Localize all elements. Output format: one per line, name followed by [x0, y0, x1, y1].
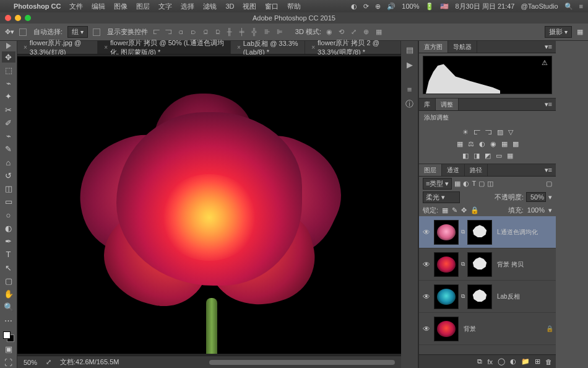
curves-icon[interactable]: ⫎ — [485, 128, 492, 136]
navigator-tab[interactable]: 导航器 — [448, 41, 477, 53]
document-tab[interactable]: ×flower原片.jpg @ 33.3%(红/8) — [17, 41, 98, 54]
distribute-icon[interactable]: ╬ — [252, 28, 261, 37]
align-icon[interactable]: ⫑ — [202, 28, 211, 37]
shape-tool[interactable]: ▢ — [2, 275, 15, 286]
bw-icon[interactable]: ◐ — [479, 140, 485, 148]
menu-edit[interactable]: 编辑 — [92, 2, 105, 11]
color-swatch[interactable] — [3, 331, 14, 341]
new-adjustment-icon[interactable]: ◐ — [510, 357, 516, 366]
play-icon[interactable]: ▶ — [404, 58, 416, 71]
screenmode-tool[interactable]: ⛶ — [2, 357, 15, 368]
blur-tool[interactable]: ○ — [2, 209, 15, 221]
menu-image[interactable]: 图像 — [114, 2, 128, 11]
lock-all-icon[interactable]: 🔒 — [470, 206, 479, 214]
3d-icon[interactable]: ◉ — [326, 28, 335, 37]
lock-trans-icon[interactable]: ▦ — [442, 206, 448, 214]
3d-icon[interactable]: ⟲ — [339, 28, 347, 37]
layer-thumb[interactable] — [434, 220, 459, 245]
opacity-input[interactable]: 50% — [526, 192, 546, 202]
opacity-arrow-icon[interactable]: ▾ — [548, 193, 552, 201]
link-icon[interactable]: ⧉ — [461, 261, 465, 268]
threshold-icon[interactable]: ◩ — [485, 152, 491, 160]
visibility-icon[interactable]: 👁 — [422, 228, 431, 237]
layer-thumb[interactable] — [434, 252, 459, 277]
expand-icon[interactable]: ⤢ — [46, 358, 51, 366]
layer-mask[interactable] — [467, 252, 492, 277]
gradient-tool[interactable]: ▭ — [2, 196, 15, 208]
align-icon[interactable]: ⫐ — [190, 28, 199, 37]
lasso-tool[interactable]: ⌁ — [2, 78, 15, 89]
invert-icon[interactable]: ◧ — [462, 152, 469, 160]
layer-thumb[interactable] — [434, 317, 459, 341]
blend-mode-dropdown[interactable]: 柔光 ▾ — [423, 191, 460, 203]
hand-tool[interactable]: ✋ — [2, 289, 15, 300]
posterize-icon[interactable]: ◨ — [473, 152, 480, 160]
edit-toolbar[interactable]: ⋯ — [2, 315, 15, 326]
brush-tool[interactable]: ✎ — [2, 144, 15, 155]
layer-filter-dropdown[interactable]: ≡类型 ▾ — [423, 178, 452, 190]
gradient-map-icon[interactable]: ▭ — [496, 152, 502, 160]
notif-icon[interactable]: ≡ — [579, 2, 583, 10]
panel-menu-icon[interactable]: ▾≡ — [541, 43, 556, 51]
layer-thumb[interactable] — [434, 284, 459, 309]
visibility-icon[interactable]: 👁 — [422, 260, 431, 269]
visibility-icon[interactable]: 👁 — [422, 292, 431, 301]
user-name[interactable]: @TaoStudio — [521, 2, 558, 10]
maximize-icon[interactable] — [25, 15, 31, 21]
input-lang[interactable]: 🇺🇸 — [440, 2, 449, 11]
link-layers-icon[interactable]: ⧉ — [477, 357, 482, 366]
document-tab[interactable]: ×flower原片 拷贝 2 @ 33.3%(明度/8) * — [305, 41, 401, 54]
photo-filter-icon[interactable]: ◉ — [490, 140, 496, 148]
datetime[interactable]: 8月30日 周日 21:47 — [455, 2, 514, 11]
spotlight-icon[interactable]: 🔍 — [564, 2, 573, 11]
vibrance-icon[interactable]: ▽ — [508, 128, 513, 136]
3d-icon[interactable]: ⤢ — [351, 28, 360, 37]
add-mask-icon[interactable]: ◯ — [498, 357, 505, 366]
fill-input[interactable]: 100% — [527, 206, 545, 214]
levels-icon[interactable]: ⫍ — [473, 128, 480, 136]
channel-mixer-icon[interactable]: ▦ — [501, 140, 508, 148]
show-transform-checkbox[interactable] — [93, 28, 100, 36]
layer-name[interactable]: 背景 — [461, 325, 543, 333]
lock-image-icon[interactable]: ✎ — [452, 206, 457, 214]
distribute-icon[interactable]: ╫ — [227, 28, 236, 37]
quickmask-tool[interactable]: ▣ — [2, 344, 15, 355]
paths-tab[interactable]: 路径 — [465, 164, 488, 176]
zoom-tool[interactable]: 🔍 — [2, 302, 15, 313]
new-layer-icon[interactable]: ⊞ — [535, 357, 540, 366]
marquee-tool[interactable]: ⬚ — [2, 64, 15, 76]
eraser-tool[interactable]: ◫ — [2, 183, 15, 195]
lookup-icon[interactable]: ▩ — [512, 140, 519, 148]
layer-row[interactable]: 👁 ⧉ Lab反相 — [419, 281, 556, 313]
quick-select-tool[interactable]: ✦ — [2, 91, 15, 102]
wifi-icon[interactable]: ⊕ — [375, 2, 381, 11]
filter-smart-icon[interactable]: ◫ — [487, 180, 493, 188]
filter-adjust-icon[interactable]: ◐ — [463, 180, 469, 188]
canvas[interactable] — [17, 55, 401, 356]
panel-menu-icon[interactable]: ▾≡ — [541, 100, 556, 108]
history-brush-tool[interactable]: ↺ — [2, 170, 15, 181]
selective-color-icon[interactable]: ▦ — [507, 152, 513, 160]
app-name[interactable]: Photoshop CC — [14, 2, 61, 10]
3d-icon[interactable]: ⊕ — [363, 28, 372, 37]
minimize-icon[interactable] — [15, 15, 21, 21]
visibility-icon[interactable]: 👁 — [422, 325, 431, 333]
info-icon[interactable]: ⓘ — [404, 98, 416, 110]
filter-pixel-icon[interactable]: ▦ — [454, 180, 460, 188]
align-icon[interactable]: ⫍ — [153, 28, 162, 37]
exposure-icon[interactable]: ▨ — [497, 128, 503, 136]
crop-tool[interactable]: ✂ — [2, 104, 15, 115]
layer-row[interactable]: 👁 ⧉ L通道色调均化 — [419, 216, 556, 248]
cache-warning-icon[interactable]: ⚠ — [542, 59, 548, 67]
menu-type[interactable]: 文字 — [158, 2, 172, 11]
distribute-icon[interactable]: ⊫ — [277, 28, 285, 37]
layer-name[interactable]: L通道色调均化 — [495, 228, 553, 237]
dodge-tool[interactable]: ◐ — [2, 222, 15, 234]
document-tab[interactable]: ×flower原片 拷贝 @ 50% (L通道色调均化, 图层蒙版/8) * — [98, 41, 231, 54]
zoom-level[interactable]: 50% — [24, 359, 37, 366]
menu-select[interactable]: 选择 — [181, 2, 194, 11]
link-icon[interactable]: ⧉ — [461, 293, 465, 300]
history-icon[interactable]: ▤ — [404, 43, 416, 56]
layer-mask[interactable] — [467, 220, 492, 245]
auto-select-checkbox[interactable] — [19, 28, 27, 36]
